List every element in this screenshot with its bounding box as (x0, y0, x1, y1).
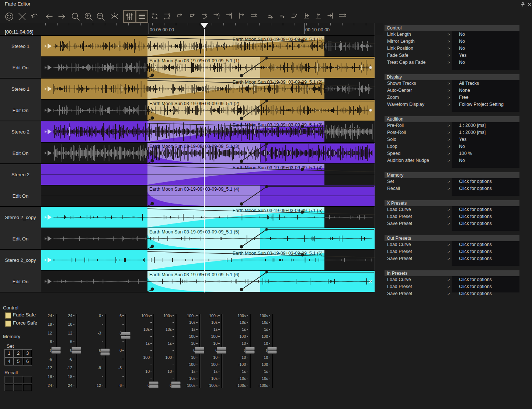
property-value[interactable]: 1 : 2000 [ms] (452, 129, 486, 136)
property-row-auto-center[interactable]: Auto-Center>None (385, 87, 519, 94)
property-value[interactable]: Click for options (452, 213, 492, 220)
property-row-link-position[interactable]: Link Position>No (385, 45, 519, 52)
slider-thumb[interactable] (195, 347, 204, 354)
memory-set-button-6[interactable]: 6 (23, 357, 32, 365)
fade-in-short-icon[interactable] (266, 11, 277, 22)
property-row-mirror-length[interactable]: Mirror Length>No (385, 38, 519, 45)
fade-stop-icon[interactable] (225, 11, 236, 22)
slider-thumb[interactable] (51, 347, 61, 354)
fade-in-start-handle[interactable] (151, 159, 154, 163)
smiley-icon[interactable] (4, 11, 15, 22)
slider-thumb[interactable] (121, 332, 131, 339)
property-row-loop[interactable]: Loop>No (385, 143, 519, 150)
property-value[interactable]: 1 : 2000 [ms] (452, 122, 486, 129)
split-clip-icon[interactable] (109, 11, 120, 22)
clip-end-marker[interactable] (369, 109, 372, 112)
timeline-ruler[interactable]: 00:05:00:0000:10:00:00 (0, 23, 383, 35)
property-value[interactable]: No (452, 45, 465, 52)
property-row-shown-tracks[interactable]: Shown Tracks>All Tracks (385, 80, 519, 87)
memory-set-button-1[interactable]: 1 (4, 349, 14, 357)
slider-thumb[interactable] (100, 349, 110, 356)
property-value[interactable]: Click for options (452, 276, 492, 283)
property-row-load-preset[interactable]: Load Preset>Click for options (385, 248, 519, 255)
track-area[interactable]: Earth Moon Sun 03-19-09+03-09-09_5.1 (1)… (41, 35, 375, 292)
property-value[interactable]: Click for options (452, 220, 492, 227)
fade-start-icon[interactable] (237, 11, 248, 22)
fade-box-right-alt-icon[interactable] (187, 11, 198, 22)
property-row-waveform-display[interactable]: Waveform Display>Follow Project Setting (385, 101, 519, 108)
property-value[interactable]: Free (452, 94, 469, 101)
property-value[interactable]: Click for options (452, 185, 492, 192)
property-value[interactable]: All Tracks (452, 80, 479, 87)
length-out-slider[interactable] (153, 314, 154, 388)
property-row-post-roll[interactable]: Post-Roll>1 : 2000 [ms] (385, 129, 519, 136)
track-pair-header[interactable]: Stereo 2Edit On (0, 164, 41, 206)
property-row-fade-safe[interactable]: Fade Safe>Yes (385, 52, 519, 59)
property-row-audition-after-nudge[interactable]: Audition after Nudge>No (385, 157, 519, 164)
delete-x-icon[interactable] (17, 11, 28, 22)
property-row-link-length[interactable]: Link Length>No (385, 31, 519, 38)
mixer-sliders-icon[interactable] (124, 11, 135, 22)
property-value[interactable]: Click for options (452, 248, 492, 255)
list-view-icon[interactable] (136, 11, 147, 22)
fade-in-start-handle[interactable] (151, 74, 154, 77)
fade-curve-up-icon[interactable] (290, 11, 301, 22)
property-value[interactable]: None (452, 87, 470, 94)
property-row-solo[interactable]: Solo>Yes (385, 136, 519, 143)
property-row-load-curve[interactable]: Load Curve>Click for options (385, 241, 519, 248)
memory-set-button-4[interactable]: 4 (4, 357, 14, 365)
property-value[interactable]: No (452, 157, 465, 164)
close-icon[interactable] (526, 1, 532, 7)
fade-in-start-handle[interactable] (151, 117, 154, 120)
property-row-load-curve[interactable]: Load Curve>Click for options (385, 276, 519, 283)
memory-recall-button[interactable] (23, 376, 32, 384)
memory-recall-button[interactable] (4, 376, 14, 384)
memory-set-button-2[interactable]: 2 (14, 349, 23, 357)
property-row-save-preset[interactable]: Save Preset>Click for options (385, 255, 519, 262)
track-pair-header[interactable]: Stereo 2_copyEdit On (0, 207, 41, 249)
length-in-slider[interactable] (175, 314, 177, 388)
property-row-load-curve[interactable]: Load Curve>Click for options (385, 206, 519, 213)
property-row-treat-gap-as-fade[interactable]: Treat Gap as Fade>No (385, 59, 519, 66)
zoom-in-icon[interactable] (83, 11, 94, 22)
fade-in-handle[interactable] (240, 74, 243, 77)
curve-asymmetry-slider[interactable] (125, 314, 126, 388)
property-row-zoom[interactable]: Zoom>Free (385, 94, 519, 101)
property-value[interactable]: Click for options (452, 255, 492, 262)
property-value[interactable]: No (452, 143, 465, 150)
fade-s-curve-icon[interactable] (200, 11, 211, 22)
pin-icon[interactable] (520, 1, 526, 7)
fade-in-handle[interactable] (240, 202, 243, 206)
memory-recall-button[interactable] (23, 384, 32, 391)
slider-thumb[interactable] (149, 381, 159, 389)
property-value[interactable]: Click for options (452, 178, 492, 185)
property-row-recall[interactable]: Recall>Click for options (385, 185, 519, 192)
property-row-set[interactable]: Set>Click for options (385, 178, 519, 185)
property-value[interactable]: Click for options (452, 206, 492, 213)
fade-in-handle[interactable] (240, 117, 243, 120)
zoom-icon[interactable] (70, 11, 81, 22)
fade-corner-left-icon[interactable] (302, 11, 313, 22)
fade-in-handle[interactable] (240, 245, 243, 249)
property-row-load-preset[interactable]: Load Preset>Click for options (385, 213, 519, 220)
fade-to-wall-icon[interactable] (326, 11, 337, 22)
force-safe-checkbox[interactable] (5, 320, 11, 327)
fade-stop-curve-icon[interactable] (212, 11, 223, 22)
property-value[interactable]: Yes (452, 136, 466, 143)
memory-recall-button[interactable] (14, 384, 23, 391)
property-value[interactable]: Follow Project Setting (452, 101, 504, 108)
slider-thumb[interactable] (217, 347, 226, 354)
track-pair-header[interactable]: Stereo 1Edit On (0, 36, 41, 78)
nav-left-icon[interactable] (44, 11, 55, 22)
xfade-left-icon[interactable] (150, 11, 161, 22)
slider-thumb[interactable] (245, 347, 255, 354)
memory-set-button-5[interactable]: 5 (14, 357, 23, 365)
track-pair-header[interactable]: Stereo 2Edit On (0, 121, 41, 163)
slider-thumb[interactable] (267, 347, 277, 354)
property-value[interactable]: Click for options (452, 241, 492, 248)
fade-lines-long-icon[interactable] (338, 11, 349, 22)
fade-in-start-handle[interactable] (151, 288, 154, 291)
zoom-out-icon[interactable] (95, 11, 106, 22)
undo-icon[interactable] (29, 11, 41, 22)
memory-recall-button[interactable] (4, 384, 14, 391)
